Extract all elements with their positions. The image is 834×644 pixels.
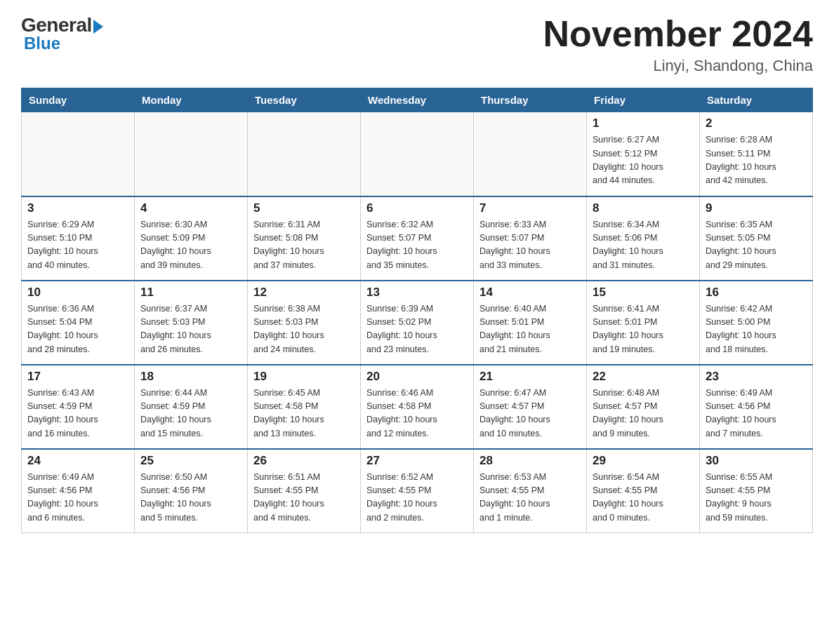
calendar-cell: 9Sunrise: 6:35 AM Sunset: 5:05 PM Daylig… [700, 196, 813, 281]
day-number: 28 [479, 454, 581, 468]
day-info: Sunrise: 6:49 AM Sunset: 4:56 PM Dayligh… [706, 387, 807, 441]
day-info: Sunrise: 6:46 AM Sunset: 4:58 PM Dayligh… [366, 387, 468, 441]
calendar-cell: 26Sunrise: 6:51 AM Sunset: 4:55 PM Dayli… [248, 449, 361, 533]
day-info: Sunrise: 6:48 AM Sunset: 4:57 PM Dayligh… [593, 387, 694, 441]
calendar-cell: 23Sunrise: 6:49 AM Sunset: 4:56 PM Dayli… [700, 365, 813, 449]
day-number: 16 [706, 286, 807, 300]
day-info: Sunrise: 6:27 AM Sunset: 5:12 PM Dayligh… [593, 133, 694, 188]
calendar-cell: 15Sunrise: 6:41 AM Sunset: 5:01 PM Dayli… [587, 281, 700, 365]
day-number: 15 [593, 286, 694, 300]
day-number: 30 [706, 454, 807, 468]
day-number: 8 [593, 201, 694, 215]
logo: General Blue [21, 14, 103, 53]
week-row-2: 3Sunrise: 6:29 AM Sunset: 5:10 PM Daylig… [22, 196, 813, 281]
header-sunday: Sunday [22, 88, 135, 112]
day-number: 24 [27, 454, 128, 468]
day-info: Sunrise: 6:51 AM Sunset: 4:55 PM Dayligh… [253, 471, 355, 525]
calendar-cell [248, 112, 361, 196]
day-info: Sunrise: 6:37 AM Sunset: 5:03 PM Dayligh… [140, 302, 241, 357]
week-row-1: 1Sunrise: 6:27 AM Sunset: 5:12 PM Daylig… [22, 112, 813, 196]
day-info: Sunrise: 6:30 AM Sunset: 5:09 PM Dayligh… [140, 218, 241, 273]
day-info: Sunrise: 6:47 AM Sunset: 4:57 PM Dayligh… [479, 387, 581, 441]
calendar-cell: 6Sunrise: 6:32 AM Sunset: 5:07 PM Daylig… [361, 196, 474, 281]
calendar-title: November 2024 [543, 14, 813, 54]
day-number: 20 [366, 370, 468, 384]
calendar-cell: 25Sunrise: 6:50 AM Sunset: 4:56 PM Dayli… [135, 449, 248, 533]
day-number: 19 [253, 370, 355, 384]
day-info: Sunrise: 6:53 AM Sunset: 4:55 PM Dayligh… [479, 471, 581, 525]
day-number: 17 [27, 370, 128, 384]
calendar-cell: 4Sunrise: 6:30 AM Sunset: 5:09 PM Daylig… [135, 196, 248, 281]
day-number: 11 [140, 286, 241, 300]
calendar-cell: 21Sunrise: 6:47 AM Sunset: 4:57 PM Dayli… [474, 365, 587, 449]
calendar-cell: 28Sunrise: 6:53 AM Sunset: 4:55 PM Dayli… [474, 449, 587, 533]
page-header: General Blue November 2024 Linyi, Shando… [21, 14, 813, 75]
calendar-cell: 27Sunrise: 6:52 AM Sunset: 4:55 PM Dayli… [361, 449, 474, 533]
day-info: Sunrise: 6:28 AM Sunset: 5:11 PM Dayligh… [706, 133, 807, 188]
day-info: Sunrise: 6:39 AM Sunset: 5:02 PM Dayligh… [366, 302, 468, 357]
week-row-5: 24Sunrise: 6:49 AM Sunset: 4:56 PM Dayli… [22, 449, 813, 533]
day-info: Sunrise: 6:31 AM Sunset: 5:08 PM Dayligh… [253, 218, 355, 273]
day-info: Sunrise: 6:33 AM Sunset: 5:07 PM Dayligh… [479, 218, 581, 273]
calendar-cell: 18Sunrise: 6:44 AM Sunset: 4:59 PM Dayli… [135, 365, 248, 449]
day-number: 25 [140, 454, 241, 468]
day-info: Sunrise: 6:42 AM Sunset: 5:00 PM Dayligh… [706, 302, 807, 357]
day-number: 29 [593, 454, 694, 468]
day-info: Sunrise: 6:32 AM Sunset: 5:07 PM Dayligh… [366, 218, 468, 273]
day-number: 9 [706, 201, 807, 215]
calendar-cell [135, 112, 248, 196]
logo-blue: Blue [24, 34, 103, 53]
day-number: 21 [479, 370, 581, 384]
day-info: Sunrise: 6:49 AM Sunset: 4:56 PM Dayligh… [27, 471, 128, 525]
calendar-cell: 1Sunrise: 6:27 AM Sunset: 5:12 PM Daylig… [587, 112, 700, 196]
week-row-4: 17Sunrise: 6:43 AM Sunset: 4:59 PM Dayli… [22, 365, 813, 449]
header-thursday: Thursday [474, 88, 587, 112]
header-monday: Monday [135, 88, 248, 112]
calendar-cell: 13Sunrise: 6:39 AM Sunset: 5:02 PM Dayli… [361, 281, 474, 365]
calendar-cell: 24Sunrise: 6:49 AM Sunset: 4:56 PM Dayli… [22, 449, 135, 533]
day-number: 13 [366, 286, 468, 300]
calendar-cell: 11Sunrise: 6:37 AM Sunset: 5:03 PM Dayli… [135, 281, 248, 365]
day-info: Sunrise: 6:43 AM Sunset: 4:59 PM Dayligh… [27, 387, 128, 441]
calendar-cell: 8Sunrise: 6:34 AM Sunset: 5:06 PM Daylig… [587, 196, 700, 281]
day-info: Sunrise: 6:41 AM Sunset: 5:01 PM Dayligh… [593, 302, 694, 357]
header-wednesday: Wednesday [361, 88, 474, 112]
week-row-3: 10Sunrise: 6:36 AM Sunset: 5:04 PM Dayli… [22, 281, 813, 365]
day-number: 4 [140, 201, 241, 215]
day-number: 23 [706, 370, 807, 384]
calendar-cell [361, 112, 474, 196]
day-info: Sunrise: 6:40 AM Sunset: 5:01 PM Dayligh… [479, 302, 581, 357]
header-saturday: Saturday [700, 88, 813, 112]
day-info: Sunrise: 6:55 AM Sunset: 4:55 PM Dayligh… [706, 471, 807, 525]
day-info: Sunrise: 6:36 AM Sunset: 5:04 PM Dayligh… [27, 302, 128, 357]
calendar-cell: 3Sunrise: 6:29 AM Sunset: 5:10 PM Daylig… [22, 196, 135, 281]
day-number: 22 [593, 370, 694, 384]
header-friday: Friday [587, 88, 700, 112]
day-number: 6 [366, 201, 468, 215]
day-info: Sunrise: 6:50 AM Sunset: 4:56 PM Dayligh… [140, 471, 241, 525]
day-number: 27 [366, 454, 468, 468]
day-number: 2 [706, 116, 807, 130]
day-number: 3 [27, 201, 128, 215]
day-info: Sunrise: 6:54 AM Sunset: 4:55 PM Dayligh… [593, 471, 694, 525]
calendar-cell: 2Sunrise: 6:28 AM Sunset: 5:11 PM Daylig… [700, 112, 813, 196]
calendar-cell: 19Sunrise: 6:45 AM Sunset: 4:58 PM Dayli… [248, 365, 361, 449]
day-info: Sunrise: 6:34 AM Sunset: 5:06 PM Dayligh… [593, 218, 694, 273]
calendar-cell [22, 112, 135, 196]
calendar-cell: 5Sunrise: 6:31 AM Sunset: 5:08 PM Daylig… [248, 196, 361, 281]
day-info: Sunrise: 6:45 AM Sunset: 4:58 PM Dayligh… [253, 387, 355, 441]
day-number: 10 [27, 286, 128, 300]
logo-arrow-icon [93, 20, 103, 34]
calendar-cell: 14Sunrise: 6:40 AM Sunset: 5:01 PM Dayli… [474, 281, 587, 365]
header-tuesday: Tuesday [248, 88, 361, 112]
calendar-cell: 17Sunrise: 6:43 AM Sunset: 4:59 PM Dayli… [22, 365, 135, 449]
title-block: November 2024 Linyi, Shandong, China [543, 14, 813, 75]
day-number: 26 [253, 454, 355, 468]
calendar-cell: 30Sunrise: 6:55 AM Sunset: 4:55 PM Dayli… [700, 449, 813, 533]
calendar-cell [474, 112, 587, 196]
day-info: Sunrise: 6:44 AM Sunset: 4:59 PM Dayligh… [140, 387, 241, 441]
calendar-table: SundayMondayTuesdayWednesdayThursdayFrid… [21, 88, 813, 533]
day-number: 1 [593, 116, 694, 130]
calendar-subtitle: Linyi, Shandong, China [543, 57, 813, 75]
day-number: 5 [253, 201, 355, 215]
